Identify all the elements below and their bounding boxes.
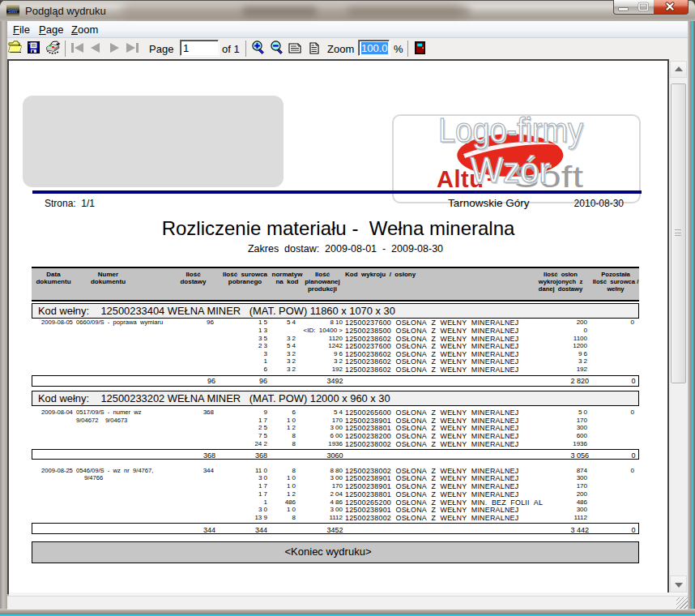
- svg-text:Wzór: Wzór: [471, 150, 551, 190]
- svg-text:Logo-firmy: Logo-firmy: [438, 114, 583, 149]
